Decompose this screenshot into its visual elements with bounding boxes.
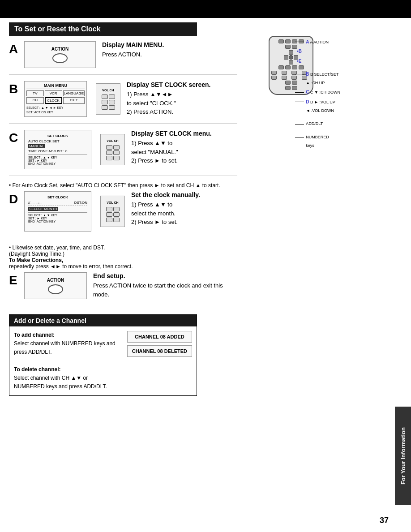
spacer2 bbox=[295, 116, 340, 120]
clock-footer-d2: SET : ► KEY bbox=[28, 217, 87, 220]
dpad-left bbox=[284, 55, 288, 60]
step-d-step1b: select the month. bbox=[131, 209, 237, 218]
step-c-note: • For Auto Clock Set, select "AUTO CLOCK… bbox=[9, 182, 237, 189]
menu-item-vcr: VCR bbox=[45, 90, 62, 96]
label-a: A A ACTION bbox=[295, 38, 340, 46]
tv-btn bbox=[285, 45, 291, 49]
label-e-dot: •E bbox=[295, 57, 340, 65]
menu-item-language: LANGUAGE bbox=[63, 90, 85, 96]
remote-mini-btn bbox=[113, 150, 120, 155]
step-a-instruction: Press ACTION. bbox=[102, 50, 237, 59]
clock-title-c: SET CLOCK bbox=[28, 134, 87, 138]
num-btn-5 bbox=[271, 76, 277, 80]
dpad-down bbox=[289, 60, 293, 64]
step-b-image: MAIN MENU TV VCR LANGUAGE CH CLOCK EXIT … bbox=[24, 81, 87, 117]
remote-labels: A A ACTION •B •E B B SELECT/SET ▲ :CH UP bbox=[295, 38, 340, 151]
step-d-note1: • Likewise set date, year, time, and DST… bbox=[9, 245, 237, 251]
remote-mini-btn bbox=[109, 94, 115, 99]
clock-footer-d: SELECT : ▲ ▼ KEY SET : ► KEY END :ACTION… bbox=[28, 212, 87, 223]
step-b-letter: B bbox=[9, 82, 22, 96]
step-a-row: A ACTION Display MAIN MENU. Press ACTION… bbox=[9, 41, 237, 75]
dpad-bl bbox=[284, 60, 288, 64]
dst-on-label: DST:ON bbox=[74, 201, 87, 205]
top-bar bbox=[0, 0, 411, 18]
channel-deleted-screen: CHANNEL 08 DELETED bbox=[127, 345, 192, 357]
remote-label-keys: keys bbox=[306, 142, 314, 149]
label-dash-b bbox=[295, 74, 304, 74]
remote-mini-btn bbox=[113, 145, 120, 150]
blow-btn bbox=[285, 81, 291, 85]
remote-label-d: D ► :VOL UP bbox=[310, 100, 335, 104]
sidebar-text: For Your Information bbox=[400, 427, 407, 485]
menu-footer-2: SET :ACTION KEY bbox=[26, 110, 85, 115]
label-d-up: D D ► :VOL UP bbox=[295, 98, 340, 106]
for-your-information-sidebar: For Your Information bbox=[395, 407, 411, 505]
step-d-step2: 2) Press ► to set. bbox=[131, 218, 237, 227]
step-c-image: SET CLOCK AUTO CLOCK SET MANUAL TIME ZON… bbox=[24, 130, 91, 169]
dpad-tl bbox=[284, 50, 288, 55]
clock-footer-c1: SELECT : ▲ ▼ KEY bbox=[28, 156, 87, 159]
remote-mini-btn bbox=[113, 218, 120, 222]
add-delete-section: Add or Delete a Channel To add channel: … bbox=[9, 314, 197, 396]
step-c-row: C SET CLOCK AUTO CLOCK SET MANUAL TIME Z… bbox=[9, 130, 237, 176]
step-b-row: B MAIN MENU TV VCR LANGUAGE CH CLOCK EXI… bbox=[9, 81, 237, 124]
remote-mini-btn bbox=[109, 100, 115, 104]
label-b-select: B B SELECT/SET bbox=[295, 70, 340, 78]
clock-footer-c3: END :ACTION KEY bbox=[28, 162, 87, 165]
step-b-text: Display SET CLOCK screen. 1) Press ▲▼◄► … bbox=[127, 81, 237, 116]
remote-label-add: ADD/DLT bbox=[306, 120, 323, 127]
remote-label-b: B SELECT/SET bbox=[310, 72, 339, 77]
add-text: Select channel with NUMBERED keys and pr… bbox=[14, 339, 120, 356]
label-keys: keys bbox=[295, 142, 340, 149]
time-zone-row: TIME ZONE ADJUST : 0 bbox=[28, 149, 87, 153]
step-d-image: SET CLOCK //---- --:-- DST:ON SELECT MON… bbox=[24, 191, 91, 232]
label-dash-a bbox=[295, 42, 304, 42]
power-btn bbox=[278, 39, 284, 43]
clock-footer-c: SELECT : ▲ ▼ KEY SET : ► KEY END :ACTION… bbox=[28, 154, 87, 165]
remote-label-d-down: ◄ :VOL DOWN bbox=[306, 107, 334, 114]
step-c-step1: 1) Press ▲▼ to bbox=[131, 139, 237, 148]
right-panel: A A ACTION •B •E B B SELECT/SET ▲ :CH UP bbox=[242, 36, 349, 396]
remote-mini-btn bbox=[106, 218, 112, 222]
auto-clock-row: AUTO CLOCK SET bbox=[28, 139, 87, 143]
add-title: To add channel: bbox=[14, 332, 55, 338]
menu-title: MAIN MENU bbox=[26, 83, 85, 89]
stop-btn bbox=[285, 86, 291, 90]
manual-row: MANUAL bbox=[28, 144, 87, 148]
step-c-step1b: select "MANUAL." bbox=[131, 148, 237, 157]
step-c-step2: 2) Press ► to set. bbox=[131, 156, 237, 165]
delete-text: Select channel with CH ▲▼ or NUMBERED ke… bbox=[14, 374, 120, 391]
label-d-down: ◄ :VOL DOWN bbox=[295, 107, 340, 114]
header-title: To Set or Reset the Clock bbox=[14, 25, 101, 33]
clock-footer-c2: SET : ► KEY bbox=[28, 159, 87, 162]
step-d-heading: Set the clock manually. bbox=[131, 191, 237, 198]
remote-mini-btn bbox=[102, 105, 108, 110]
num-btn-2 bbox=[282, 71, 287, 75]
step-b-heading: Display SET CLOCK screen. bbox=[127, 81, 237, 88]
add-delete-content: To add channel: Select channel with NUMB… bbox=[14, 331, 192, 391]
remote-diagram-area: A A ACTION •B •E B B SELECT/SET ▲ :CH UP bbox=[242, 36, 340, 95]
remote-mini-btn bbox=[102, 100, 108, 104]
step-d-note1b: (Daylight Saving Time.) bbox=[9, 251, 237, 257]
remote-mini-btn bbox=[102, 94, 108, 99]
menu-item-clock: CLOCK bbox=[45, 97, 62, 104]
step-c-letter: C bbox=[9, 131, 22, 145]
step-c-remote: VOL CH bbox=[100, 134, 125, 165]
menu-footer: SELECT : ▲ ▼ ◄ ► KEY SET :ACTION KEY bbox=[26, 106, 85, 115]
action-btn-top bbox=[285, 39, 291, 43]
step-c-note-text: • For Auto Clock Set, select "AUTO CLOCK… bbox=[9, 182, 220, 189]
remote-mini-btn bbox=[106, 207, 112, 211]
step-c-heading: Display SET CLOCK menu. bbox=[131, 130, 237, 137]
add-delete-header: Add or Delete a Channel bbox=[9, 315, 197, 326]
select-month-row: SELECT MONTH bbox=[28, 207, 87, 211]
step-d-letter: D bbox=[9, 192, 22, 206]
label-b-dot: •B bbox=[295, 47, 340, 55]
label-dash-c bbox=[295, 92, 304, 93]
step-e-text: End setup. Press ACTION twice to start t… bbox=[93, 272, 237, 299]
step-b-step2: 2) Press ACTION. bbox=[127, 107, 237, 116]
channel-screens: CHANNEL 08 ADDED CHANNEL 08 DELETED bbox=[127, 331, 192, 391]
menu-item-ch: CH bbox=[26, 97, 44, 104]
step-d-row: D SET CLOCK //---- --:-- DST:ON SELECT M… bbox=[9, 191, 237, 238]
label-numbered: NUMBERED bbox=[295, 134, 340, 141]
add-delete-text: To add channel: Select channel with NUMB… bbox=[14, 331, 120, 391]
